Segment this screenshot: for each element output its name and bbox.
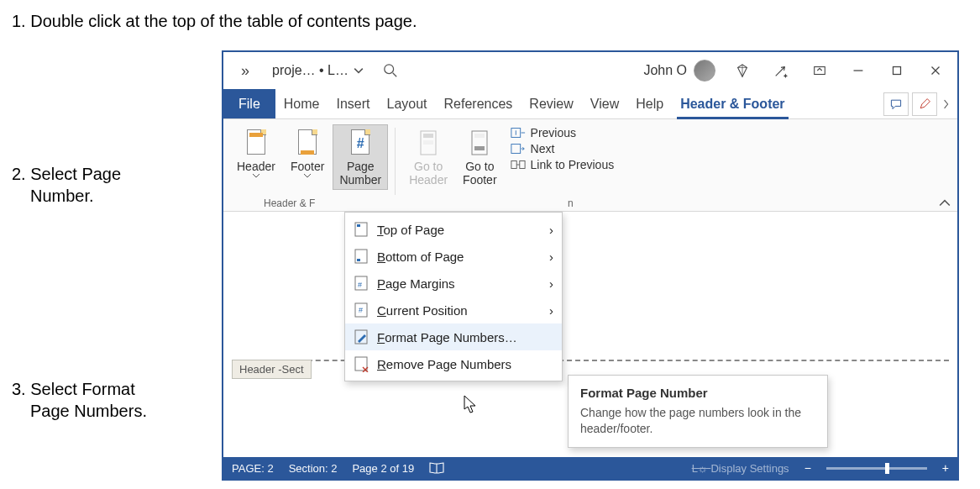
- dd-margins-label: Page Margins: [377, 276, 455, 291]
- avatar: [694, 60, 715, 82]
- word-window: » proje… • L… John O: [222, 50, 959, 481]
- statusbar: PAGE: 2 Section: 2 Page 2 of 19 L☼ Displ…: [223, 457, 957, 479]
- dd-current-position[interactable]: # Current Position ›: [345, 297, 562, 323]
- dd-bottom-of-page[interactable]: Bottom of Page ›: [345, 243, 562, 270]
- zoom-out-button[interactable]: −: [804, 461, 811, 475]
- instruction-2b: Number.: [30, 185, 94, 207]
- dd-remove-label: Remove Page Numbers: [377, 357, 511, 371]
- instruction-3a: 3. Select Format: [12, 378, 135, 400]
- status-section[interactable]: Section: 2: [289, 462, 338, 475]
- link-to-previous-button[interactable]: Link to Previous: [511, 158, 615, 171]
- svg-text:#: #: [358, 281, 362, 289]
- dd-format-label: Format Page Numbers…: [377, 330, 517, 344]
- tab-layout[interactable]: Layout: [378, 89, 435, 118]
- ribbon-mode-button[interactable]: [803, 55, 836, 86]
- svg-rect-4: [423, 134, 433, 138]
- svg-rect-8: [474, 146, 485, 150]
- premium-button[interactable]: [726, 55, 759, 86]
- status-display-settings[interactable]: L☼ Display Settings: [692, 462, 789, 475]
- group-label-hf: Header & F: [264, 197, 315, 209]
- next-icon: [511, 142, 526, 155]
- collapse-ribbon-button[interactable]: [939, 197, 951, 209]
- tab-help[interactable]: Help: [627, 89, 672, 118]
- svg-rect-5: [423, 140, 433, 145]
- instruction-2a: 2. Select Page: [12, 163, 121, 185]
- svg-rect-10: [511, 145, 520, 154]
- maximize-button[interactable]: [880, 55, 914, 86]
- header-label: Header: [237, 160, 275, 173]
- minimize-button[interactable]: [841, 55, 875, 86]
- tooltip-body: Change how the page numbers look in the …: [580, 405, 815, 437]
- dd-page-margins[interactable]: # Page Margins ›: [345, 270, 562, 297]
- tab-review[interactable]: Review: [521, 89, 581, 118]
- chevron-right-icon: ›: [549, 303, 553, 318]
- instruction-1: 1. Double click at the top of the table …: [12, 10, 417, 32]
- header-button[interactable]: Header: [230, 124, 282, 181]
- chevron-down-icon: [354, 67, 364, 74]
- book-icon[interactable]: [429, 461, 444, 475]
- page-number-label: Page Number: [339, 160, 381, 187]
- link-label: Link to Previous: [531, 158, 615, 171]
- sparkle-button[interactable]: [764, 55, 798, 86]
- group-label-nav-cut: n: [568, 197, 574, 209]
- dd-remove-page-numbers[interactable]: Remove Page Numbers: [345, 350, 562, 377]
- page-margins-icon: #: [354, 275, 369, 292]
- previous-label: Previous: [531, 126, 576, 139]
- ribbon-tabs: File Home Insert Layout References Revie…: [223, 89, 957, 119]
- dd-top-of-page[interactable]: Top of Page ›: [345, 216, 562, 243]
- user-account[interactable]: John O: [638, 60, 721, 82]
- navigation-group: Previous Next Link to Previous: [506, 124, 620, 171]
- svg-text:#: #: [359, 306, 363, 314]
- editing-button[interactable]: [912, 92, 937, 116]
- goto-header-button[interactable]: Go to Header: [402, 124, 454, 190]
- more-commands-button[interactable]: »: [228, 55, 262, 86]
- comments-button[interactable]: [883, 92, 909, 116]
- footer-icon: [295, 128, 320, 158]
- tab-references[interactable]: References: [436, 89, 521, 118]
- page-number-button[interactable]: # Page Number: [333, 124, 388, 190]
- mouse-cursor-icon: [464, 395, 479, 415]
- tab-insert[interactable]: Insert: [328, 89, 378, 118]
- chevron-down-icon: [303, 173, 312, 178]
- document-name-dropdown[interactable]: proje… • L…: [267, 63, 369, 78]
- pen-icon: [918, 97, 931, 111]
- footer-button[interactable]: Footer: [284, 124, 331, 181]
- status-page[interactable]: PAGE: 2: [232, 462, 274, 475]
- diamond-icon: [735, 63, 750, 78]
- svg-rect-12: [519, 161, 524, 169]
- document-area: Header -Sect Top of Page › Bottom of Pag…: [223, 212, 957, 439]
- next-label: Next: [531, 142, 555, 155]
- svg-rect-7: [474, 134, 485, 138]
- svg-rect-22: [355, 357, 367, 371]
- zoom-thumb[interactable]: [885, 463, 889, 474]
- tab-view[interactable]: View: [582, 89, 627, 118]
- goto-footer-icon: [467, 128, 492, 158]
- maximize-icon: [889, 63, 904, 78]
- close-button[interactable]: [919, 55, 952, 86]
- ribbon-overflow[interactable]: [941, 92, 952, 116]
- tab-header-footer[interactable]: Header & Footer: [672, 89, 793, 118]
- dd-format-page-numbers[interactable]: Format Page Numbers…: [345, 323, 562, 350]
- link-icon: [511, 158, 526, 171]
- chevron-right-icon: ›: [549, 250, 553, 264]
- search-button[interactable]: [374, 55, 407, 86]
- comment-icon: [889, 97, 903, 111]
- previous-button[interactable]: Previous: [511, 126, 615, 139]
- tab-file[interactable]: File: [223, 89, 275, 118]
- dd-current-label: Current Position: [377, 303, 468, 318]
- page-bottom-icon: [354, 248, 369, 265]
- next-button[interactable]: Next: [511, 142, 615, 155]
- dd-top-label: Top of Page: [377, 223, 444, 237]
- header-section-tab: Header -Sect: [232, 360, 312, 379]
- zoom-slider[interactable]: [826, 467, 927, 470]
- page-top-icon: [354, 221, 369, 238]
- search-icon: [383, 63, 398, 78]
- more-glyph: »: [241, 62, 249, 80]
- goto-footer-button[interactable]: Go to Footer: [456, 124, 503, 190]
- status-pages[interactable]: Page 2 of 19: [352, 462, 414, 475]
- tooltip-format-page-number: Format Page Number Change how the page n…: [568, 375, 828, 448]
- zoom-in-button[interactable]: +: [942, 461, 949, 475]
- tab-home[interactable]: Home: [275, 89, 328, 118]
- chevron-right-icon: ›: [549, 223, 553, 237]
- dd-bottom-label: Bottom of Page: [377, 250, 464, 264]
